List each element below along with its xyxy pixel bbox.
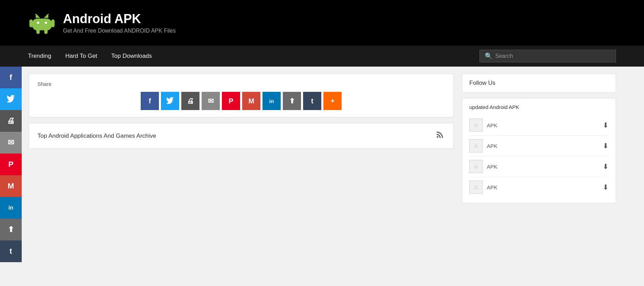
- share-email-btn[interactable]: ✉: [202, 92, 220, 110]
- sidebar-email-btn[interactable]: ✉: [0, 132, 22, 154]
- sidebar-print-btn[interactable]: 🖨: [0, 110, 22, 132]
- share-icons-row: f 🖨 ✉ P M in ⬆ t +: [37, 92, 445, 110]
- apk-item: APK ⬇: [469, 115, 609, 136]
- rss-icon[interactable]: [435, 130, 445, 142]
- svg-rect-6: [44, 28, 48, 34]
- apk-name: APK: [487, 164, 598, 170]
- share-box: Share f 🖨 ✉ P M in ⬆ t +: [29, 74, 454, 117]
- updated-apk-title: updated Android APK: [469, 104, 609, 110]
- sidebar-tumblr-btn[interactable]: t: [0, 240, 22, 262]
- social-sidebar: f 🖨 ✉ P M in ⬆ t: [0, 67, 22, 262]
- share-twitter-btn[interactable]: [161, 92, 179, 110]
- page-layout: f 🖨 ✉ P M in ⬆ t Share f 🖨 ✉ P M in: [0, 67, 644, 269]
- archive-box: Top Android Applications And Games Archi…: [29, 123, 454, 149]
- sidebar-share-btn[interactable]: ⬆: [0, 219, 22, 240]
- sidebar-linkedin-btn[interactable]: in: [0, 197, 22, 219]
- apk-name: APK: [487, 122, 598, 128]
- site-subtitle: Get And Free Download ANDROID APK Files: [63, 28, 176, 34]
- svg-rect-2: [32, 19, 52, 30]
- nav-top-downloads[interactable]: Top Downloads: [111, 50, 152, 62]
- sidebar-twitter-btn[interactable]: [0, 88, 22, 110]
- site-title: Android APK: [63, 12, 176, 26]
- search-icon: 🔍: [485, 52, 492, 60]
- nav-trending[interactable]: Trending: [28, 50, 51, 62]
- search-box: 🔍: [479, 50, 616, 62]
- android-logo: [28, 9, 56, 37]
- share-pinterest-btn[interactable]: P: [222, 92, 240, 110]
- sidebar-pinterest-btn[interactable]: P: [0, 154, 22, 175]
- apk-item: APK ⬇: [469, 156, 609, 177]
- svg-point-7: [37, 22, 39, 24]
- svg-rect-5: [36, 28, 40, 34]
- share-more-btn[interactable]: +: [323, 92, 342, 110]
- sidebar-gmail-btn[interactable]: M: [0, 175, 22, 197]
- apk-item: APK ⬇: [469, 136, 609, 156]
- apk-download-icon[interactable]: ⬇: [603, 121, 609, 129]
- apk-item: APK ⬇: [469, 177, 609, 197]
- apk-thumbnail: [469, 118, 483, 132]
- follow-us-title: Follow Us: [469, 80, 609, 87]
- nav-hard-to-get[interactable]: Hard To Get: [65, 50, 97, 62]
- share-print-btn[interactable]: 🖨: [181, 92, 200, 110]
- main-nav: Trending Hard To Get Top Downloads 🔍: [0, 46, 644, 67]
- apk-thumbnail: [469, 139, 483, 152]
- share-facebook-btn[interactable]: f: [141, 92, 159, 110]
- main-content: Share f 🖨 ✉ P M in ⬆ t + Top Android App…: [29, 74, 454, 149]
- search-input[interactable]: [495, 53, 611, 59]
- updated-apk-box: updated Android APK APK ⬇ APK ⬇ APK ⬇ AP…: [462, 98, 616, 203]
- sidebar-facebook-btn[interactable]: f: [0, 67, 22, 88]
- apk-download-icon[interactable]: ⬇: [603, 183, 609, 191]
- share-generic-btn[interactable]: ⬆: [283, 92, 301, 110]
- apk-name: APK: [487, 184, 598, 190]
- share-gmail-btn[interactable]: M: [242, 92, 260, 110]
- right-sidebar: Follow Us updated Android APK APK ⬇ APK …: [462, 74, 616, 203]
- site-header: Android APK Get And Free Download ANDROI…: [0, 0, 644, 46]
- apk-name: APK: [487, 143, 598, 149]
- apk-thumbnail: [469, 160, 483, 173]
- share-tumblr-btn[interactable]: t: [303, 92, 321, 110]
- svg-rect-3: [29, 19, 33, 27]
- apk-thumbnail: [469, 181, 483, 194]
- archive-title: Top Android Applications And Games Archi…: [37, 132, 156, 139]
- follow-us-box: Follow Us: [462, 74, 616, 93]
- share-label: Share: [37, 81, 445, 87]
- share-linkedin-btn[interactable]: in: [262, 92, 281, 110]
- svg-rect-4: [51, 19, 55, 27]
- svg-point-8: [45, 22, 47, 24]
- apk-download-icon[interactable]: ⬇: [603, 162, 609, 171]
- apk-download-icon[interactable]: ⬇: [603, 142, 609, 150]
- header-branding: Android APK Get And Free Download ANDROI…: [63, 12, 176, 34]
